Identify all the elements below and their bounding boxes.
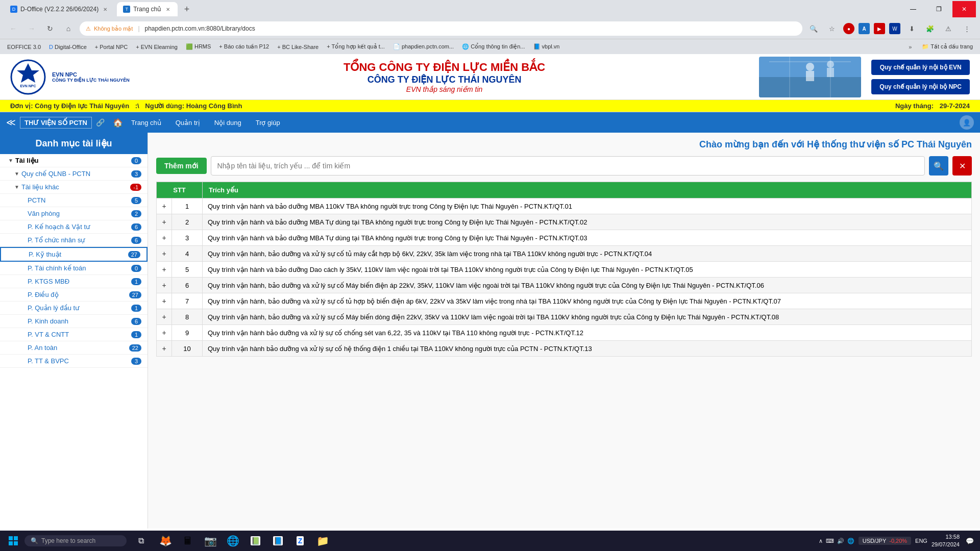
tab-close-trangchu[interactable]: ✕	[164, 6, 172, 13]
search-input[interactable]	[211, 156, 925, 176]
maximize-button[interactable]: ❐	[927, 1, 950, 17]
table-row-1[interactable]: + 2 Quy trình vận hành và bảo dưỡng MBA …	[157, 214, 972, 230]
sidebar-item-13[interactable]: P. VT & CNTT1	[0, 328, 148, 341]
table-row-4[interactable]: + 5 Quy trình vận hành và bảo dưỡng Dao …	[157, 262, 972, 278]
add-new-button[interactable]: Thêm mới	[156, 158, 207, 174]
close-button[interactable]: ✕	[952, 1, 976, 17]
taskbar-app-view[interactable]: ⧉	[131, 532, 151, 550]
sidebar-item-14[interactable]: P. An toàn22	[0, 341, 148, 355]
bookmark-star-button[interactable]: ☆	[825, 21, 839, 36]
search-button[interactable]: 🔍	[929, 156, 948, 176]
expand-cell-9[interactable]: +	[157, 341, 172, 357]
bookmark-eoffice[interactable]: EOFFICE 3.0	[4, 43, 44, 51]
new-tab-button[interactable]: +	[180, 2, 194, 16]
profile-button[interactable]: ⚠	[941, 21, 955, 36]
bookmark-phapdien[interactable]: 📄 phapdien.pctn.com...	[390, 42, 457, 51]
nav-content-link[interactable]: Nội dung	[208, 117, 248, 129]
bookmarks-more-button[interactable]: »	[905, 43, 915, 51]
taskbar-app-word[interactable]: 📘	[267, 532, 288, 550]
bookmark-portal[interactable]: + Portal NPC	[92, 43, 131, 51]
expand-cell-7[interactable]: +	[157, 309, 172, 325]
bookmark-digital[interactable]: DDigital-Office	[46, 43, 90, 51]
sidebar-item-10[interactable]: P. Điều độ27	[0, 288, 148, 302]
table-row-0[interactable]: + 1 Quy trình vận hành và bảo dưỡng MBA …	[157, 198, 972, 214]
nav-admin-link[interactable]: Quản trị	[169, 117, 206, 129]
expand-cell-3[interactable]: +	[157, 246, 172, 262]
table-row-3[interactable]: + 4 Quy trình vận hành, bảo dưỡng và xử …	[157, 246, 972, 262]
sidebar-item-15[interactable]: P. TT & BVPC3	[0, 355, 148, 368]
expand-cell-0[interactable]: +	[157, 198, 172, 214]
expand-cell-6[interactable]: +	[157, 293, 172, 309]
taskbar-time[interactable]: 13:58 29/07/2024	[932, 533, 960, 549]
home-button[interactable]: ⌂	[61, 21, 76, 36]
forward-button[interactable]: →	[24, 21, 39, 36]
nav-home-link[interactable]: Trang chủ	[125, 117, 167, 129]
arrow-up-icon[interactable]: ∧	[819, 538, 823, 544]
extensions-button[interactable]: 🧩	[923, 21, 937, 36]
taskbar-search[interactable]: 🔍 Type here to search	[24, 535, 127, 546]
bookmark-hrms[interactable]: 🟩 HRMS	[183, 42, 214, 51]
bookmark-bclike[interactable]: + BC Like-Share	[274, 43, 322, 51]
minimize-button[interactable]: —	[901, 1, 925, 17]
taskbar-app-photo[interactable]: 📷	[200, 532, 220, 550]
tab-trangchu[interactable]: T Trang chủ ✕	[117, 2, 178, 16]
refresh-button[interactable]: ↻	[43, 21, 57, 36]
downloads-button[interactable]: ⬇	[904, 21, 919, 36]
start-button[interactable]	[4, 534, 22, 548]
extension-btn-2[interactable]: A	[859, 23, 870, 34]
table-row-9[interactable]: + 10 Quy trình vận hành bảo dưỡng và xử …	[157, 341, 972, 357]
expand-cell-2[interactable]: +	[157, 230, 172, 246]
bookmark-vbpl[interactable]: 📘 vbpl.vn	[530, 42, 563, 51]
sidebar-item-4[interactable]: Văn phòng2	[0, 207, 148, 220]
nav-arrows-icon[interactable]: ≪	[6, 117, 16, 128]
address-input[interactable]: ⚠ Không bảo mật | phapdien.pctn.com.vn:8…	[80, 21, 802, 36]
expand-cell-4[interactable]: +	[157, 262, 172, 278]
table-row-8[interactable]: + 9 Quy trình vận hành bảo dưỡng và xử l…	[157, 325, 972, 341]
sidebar-item-5[interactable]: P. Kế hoạch & Vật tư6	[0, 220, 148, 234]
sidebar-item-0[interactable]: ▼Tài liệu0	[0, 154, 148, 167]
extension-btn-1[interactable]: ●	[843, 23, 854, 34]
sidebar-item-1[interactable]: ▼Quy chế QLNB - PCTN3	[0, 167, 148, 181]
table-row-7[interactable]: + 8 Quy trình vận hành, bảo dưỡng và xử …	[157, 309, 972, 325]
sidebar-item-11[interactable]: P. Quản lý đầu tư1	[0, 302, 148, 315]
menu-button[interactable]: ⋮	[960, 21, 974, 36]
taskbar-app-firefox[interactable]: 🦊	[155, 532, 176, 550]
search-address-button[interactable]: 🔍	[806, 21, 821, 36]
extension-btn-4[interactable]: W	[889, 23, 900, 34]
bookmark-congthong[interactable]: 🌐 Cổng thông tin điện...	[459, 42, 528, 51]
sidebar-item-3[interactable]: PCTN5	[0, 194, 148, 207]
sidebar-item-8[interactable]: P. Tài chính kế toán0	[0, 262, 148, 275]
taskbar-app-globe[interactable]: 🌐	[223, 532, 243, 550]
extension-btn-3[interactable]: ▶	[874, 23, 885, 34]
taskbar-app-zalo[interactable]: Z	[290, 532, 310, 550]
clear-button[interactable]: ✕	[952, 156, 972, 176]
bookmark-tonghop[interactable]: + Tổng hợp kết quả t...	[324, 42, 388, 51]
sidebar-item-9[interactable]: P. KTGS MBĐ1	[0, 275, 148, 288]
tab-close-doffice[interactable]: ✕	[102, 6, 109, 13]
evn-regulations-button[interactable]: Quy chế quản lý nội bộ EVN	[871, 60, 970, 75]
speaker-icon[interactable]: 🔊	[837, 538, 844, 544]
nav-user-icon[interactable]: 👤	[960, 115, 974, 130]
expand-cell-1[interactable]: +	[157, 214, 172, 230]
all-bookmarks-button[interactable]: 📁 Tất cả dấu trang	[919, 42, 976, 51]
sidebar-item-7[interactable]: P. Kỹ thuật27	[0, 247, 148, 262]
back-button[interactable]: ←	[6, 21, 20, 36]
sidebar-item-12[interactable]: P. Kinh doanh6	[0, 315, 148, 328]
table-row-6[interactable]: + 7 Quy trình vận hành, bảo dưỡng và xử …	[157, 293, 972, 309]
notification-button[interactable]: 💬	[964, 535, 976, 547]
table-row-2[interactable]: + 3 Quy trình vận hành và bảo dưỡng MBA …	[157, 230, 972, 246]
sidebar-item-2[interactable]: ▼Tài liệu khác-1	[0, 181, 148, 194]
tab-doffice[interactable]: D D-Office (V2.2.2 26/06/2024) ✕	[4, 2, 115, 16]
bookmark-evn[interactable]: + EVN Elearning	[133, 43, 181, 51]
taskbar-app-folder[interactable]: 📁	[312, 532, 333, 550]
npc-regulations-button[interactable]: Quy chế quản lý nội bộ NPC	[871, 79, 970, 94]
sidebar-item-6[interactable]: P. Tổ chức nhân sự6	[0, 234, 148, 247]
expand-cell-8[interactable]: +	[157, 325, 172, 341]
taskbar-app-excel[interactable]: 📗	[245, 532, 265, 550]
taskbar-app-calc[interactable]: 🖩	[178, 532, 198, 550]
nav-help-link[interactable]: Trợ giúp	[250, 117, 286, 129]
network-icon[interactable]: 🌐	[847, 538, 854, 544]
table-row-5[interactable]: + 6 Quy trình vận hành, bảo dưỡng và xử …	[157, 278, 972, 293]
bookmark-baocao[interactable]: + Báo cáo tuần P12	[216, 42, 272, 51]
expand-cell-5[interactable]: +	[157, 278, 172, 293]
